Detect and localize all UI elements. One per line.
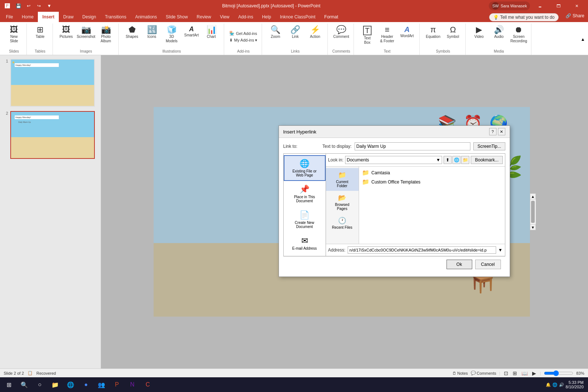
close-btn[interactable]: ✕ [568,0,585,12]
network-icon[interactable]: 🌐 [552,382,557,387]
comments-btn[interactable]: 💬 Comments [471,371,496,375]
slide-num-2: 2 [2,111,8,115]
go-up-btn[interactable]: ⬆ [444,156,452,164]
3d-models-btn[interactable]: 🧊 3DModels [162,24,181,45]
link-type-email[interactable]: ✉ E-mail Address [284,232,326,254]
action-btn[interactable]: ⚡ Action [305,24,325,40]
search-btn[interactable]: 🔍 [17,377,32,392]
minimize-btn[interactable]: 🗕 [531,0,548,12]
customize-btn[interactable]: ▼ [45,1,54,10]
header-footer-btn[interactable]: ≡ Header& Footer [377,24,397,45]
tab-addins[interactable]: Add-ins [234,12,258,22]
zoom-slider[interactable] [544,370,573,376]
audio-btn[interactable]: 🔊 Audio [489,24,508,40]
edge-btn[interactable]: 🌐 [63,377,78,392]
text-box-btn[interactable]: T TextBox [358,24,377,46]
table-btn[interactable]: ⊞ Table [31,24,50,40]
volume-icon[interactable]: 🔊 [559,382,564,387]
recent-files-shortcut[interactable]: 🕐 Recent Files [326,214,359,232]
tab-design[interactable]: Design [78,12,100,22]
tab-view[interactable]: View [215,12,234,22]
task-view-btn[interactable]: ○ [32,377,47,392]
bookmark-btn[interactable]: Bookmark... [471,156,502,164]
current-folder-shortcut[interactable]: 📁 CurrentFolder [326,168,359,191]
file-explorer-btn[interactable]: 📁 [48,377,62,392]
tab-home[interactable]: Home [17,12,38,22]
maximize-btn[interactable]: 🗖 [550,0,567,12]
tab-help[interactable]: Help [258,12,276,22]
save-btn[interactable]: 💾 [14,1,23,10]
vertical-scrollbar[interactable]: ▲ ▼ [530,193,536,230]
link-type-existing[interactable]: 🌐 Existing File orWeb Page [284,155,326,181]
smartart-btn[interactable]: A SmartArt [182,24,201,39]
notes-btn[interactable]: 🗒 Notes [452,371,468,375]
pictures-btn[interactable]: 🖼 Pictures [57,24,76,40]
tab-file[interactable]: File [1,12,17,22]
browsed-pages-shortcut[interactable]: 📂 BrowsedPages [326,191,359,214]
slide-thumb-1[interactable]: 1 ★ Happy Monday! [1,58,99,107]
address-input[interactable] [348,246,496,254]
text-to-display-input[interactable] [355,142,471,150]
web-search-btn[interactable]: 🌐 [452,156,460,164]
tab-transitions[interactable]: Transitions [100,12,130,22]
normal-view-btn[interactable]: ⊡ [503,370,509,376]
scroll-thumb[interactable] [531,201,535,223]
tab-inknoe[interactable]: Inknoe ClassPoint [276,12,320,22]
place-in-doc-icon: 📌 [300,185,309,194]
get-addins-btn[interactable]: 🏪Get Add-ins [228,30,258,36]
cancel-button[interactable]: Cancel [475,260,501,269]
equation-btn[interactable]: π Equation [423,24,442,40]
dialog-close-btn[interactable]: ✕ [498,128,505,135]
tab-review[interactable]: Review [192,12,215,22]
video-btn[interactable]: ▶ Video [469,24,488,40]
start-btn[interactable]: ⊞ [1,377,16,392]
undo-btn[interactable]: ↩ [24,1,33,10]
look-in-select[interactable]: Documents ▼ [345,156,442,164]
reading-view-btn[interactable]: 📖 [521,370,528,376]
camtasia-btn[interactable]: C [140,377,155,392]
file-item-camtasia[interactable]: 📁 Camtasia [361,168,503,177]
share-button[interactable]: 🔗Share [566,13,584,18]
scroll-up-btn[interactable]: ▲ [530,193,536,199]
tell-me-input[interactable]: 💡 Tell me what you want to do [489,13,559,21]
chart-icon: 📊 [207,26,216,34]
slide-thumb-2[interactable]: 2 Happy Monday! Daily Warm Up [1,110,99,160]
chrome-btn[interactable]: ● [79,377,93,392]
slide-sorter-btn[interactable]: ⊞ [512,370,518,376]
chart-btn[interactable]: 📊 Chart [202,24,221,40]
ribbon-collapse-btn[interactable]: ▲ [579,24,587,55]
scroll-down-btn[interactable]: ▼ [530,224,536,230]
link-type-place[interactable]: 📌 Place in ThisDocument [284,181,326,207]
tab-format[interactable]: Format [320,12,343,22]
teams-btn[interactable]: 👥 [94,377,109,392]
shapes-icon: ⬟ [129,26,136,34]
powerpoint-taskbar-btn[interactable]: P [110,377,124,392]
icons-btn[interactable]: 🔣 Icons [142,24,161,40]
screentip-btn[interactable]: ScreenTip... [473,142,505,150]
redo-btn[interactable]: ↪ [35,1,43,10]
file-item-templates[interactable]: 📁 Custom Office Templates [361,177,503,186]
tab-draw[interactable]: Draw [59,12,78,22]
onenote-btn[interactable]: N [125,377,140,392]
zoom-btn[interactable]: 🔍 Zoom [266,24,285,40]
new-folder-btn[interactable]: 📁 [461,156,469,164]
screen-recording-btn[interactable]: ⏺ ScreenRecording [509,24,528,45]
text-display-row: Link to: Text to display: ScreenTip... [283,142,505,150]
new-slide-btn[interactable]: 🖼 NewSlide [4,24,24,45]
link-btn[interactable]: 🔗 Link [286,24,305,40]
shapes-btn[interactable]: ⬟ Shapes [122,24,141,40]
link-type-new[interactable]: 📄 Create NewDocument [284,207,326,232]
photo-album-btn[interactable]: 📸 PhotoAlbum [96,24,115,45]
screenshot-btn[interactable]: 📷 Screenshot [76,24,96,40]
tab-slideshow[interactable]: Slide Show [161,12,192,22]
comment-btn[interactable]: 💬 Comment [331,24,351,40]
ok-button[interactable]: Ok [447,260,472,269]
my-addins-btn[interactable]: ⬇My Add-ins ▾ [228,37,259,43]
wordart-btn[interactable]: A WordArt [397,24,416,40]
presenter-view-btn[interactable]: ▶ [531,370,537,376]
notification-icon[interactable]: 🔔 [546,382,551,387]
tab-animations[interactable]: Animations [131,12,161,22]
symbol-btn[interactable]: Ω Symbol [443,24,462,40]
tab-insert[interactable]: Insert [38,12,59,22]
dialog-help-btn[interactable]: ? [489,128,496,135]
